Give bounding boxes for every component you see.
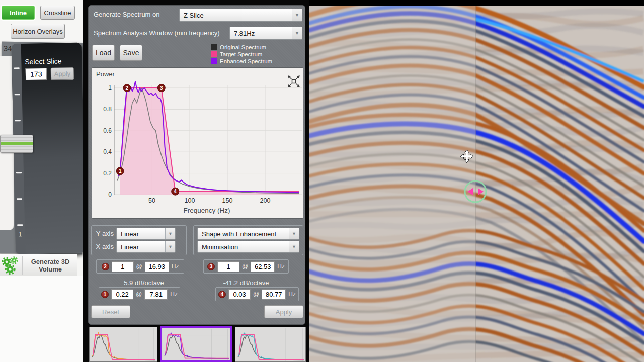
spectrum-apply-button[interactable]: Apply xyxy=(264,305,303,318)
slice-slider-handle[interactable] xyxy=(0,135,33,153)
enhanced-spectrum-swatch xyxy=(211,58,217,64)
select-slice-label: Select Slice xyxy=(25,57,61,66)
power-axis-label: Power xyxy=(96,70,115,78)
spectral-enhancement-panel-area: Generate Spectrum on Z Slice ▼ Spectrum … xyxy=(83,0,309,362)
hz-unit: Hz xyxy=(172,263,179,270)
reset-button[interactable]: Reset xyxy=(91,305,130,318)
inline-button[interactable]: Inline xyxy=(2,6,35,20)
point-2-amplitude-input[interactable] xyxy=(112,261,134,272)
chevron-down-icon[interactable]: ▼ xyxy=(165,228,175,239)
control-point-1-row: 1 @ Hz xyxy=(99,287,180,301)
x-axis-label: X axis xyxy=(94,243,114,250)
original-spectrum-swatch xyxy=(211,44,217,50)
chevron-down-icon[interactable]: ▼ xyxy=(289,228,299,239)
control-point-4-row: 4 @ Hz xyxy=(215,287,299,301)
crossline-button[interactable]: Crossline xyxy=(40,6,75,20)
svg-text:0: 0 xyxy=(108,191,112,198)
legend-item-original: Original Spectrum xyxy=(211,44,266,50)
chevron-down-icon[interactable]: ▼ xyxy=(292,9,302,21)
svg-text:100: 100 xyxy=(185,197,195,204)
select-value: 7.81Hz xyxy=(230,27,292,39)
spectral-enhancement-panel: Generate Spectrum on Z Slice ▼ Spectrum … xyxy=(88,5,305,325)
generate-spectrum-on-select[interactable]: Z Slice ▼ xyxy=(179,9,302,22)
at-sign: @ xyxy=(136,263,142,270)
at-sign: @ xyxy=(242,263,248,270)
point-3-frequency-input[interactable] xyxy=(251,261,275,272)
chevron-down-icon[interactable]: ▼ xyxy=(289,241,299,252)
svg-text:Frequency (Hz): Frequency (Hz) xyxy=(183,207,230,214)
chevron-down-icon[interactable]: ▼ xyxy=(165,241,175,252)
point-2-frequency-input[interactable] xyxy=(145,261,169,272)
point-1-amplitude-input[interactable] xyxy=(111,289,133,300)
minimisation-select[interactable]: Minimisation ▼ xyxy=(197,241,299,253)
control-point-marker[interactable]: 2 xyxy=(123,84,131,92)
point-4-amplitude-input[interactable] xyxy=(228,289,251,300)
divider xyxy=(22,256,23,275)
ruler-tick xyxy=(15,94,20,95)
left-toolbar: Inline Crossline Horizon Overlays 345 Se… xyxy=(0,0,83,362)
svg-text:0.6: 0.6 xyxy=(103,127,112,134)
horizon-overlays-button[interactable]: Horizon Overlays xyxy=(11,24,65,39)
generate-spectrum-on-label: Generate Spectrum on xyxy=(94,11,160,18)
gears-icon xyxy=(0,256,20,275)
ruler-tick xyxy=(15,120,21,121)
save-button[interactable]: Save xyxy=(120,45,142,61)
svg-text:1: 1 xyxy=(108,84,112,92)
y-axis-label: Y axis xyxy=(94,230,114,237)
spectrum-preset-thumbnail-1[interactable] xyxy=(89,327,157,362)
generate-volume-label: Generate 3D Volume xyxy=(24,258,77,273)
legend-item-enhanced: Enhanced Spectrum xyxy=(211,58,272,64)
analysis-window-label: Spectrum Analysis Window (min frequency) xyxy=(94,29,220,37)
load-button[interactable]: Load xyxy=(92,45,115,61)
spectrum-preset-thumbnail-2-selected[interactable] xyxy=(160,326,232,362)
select-value: Z Slice xyxy=(180,9,292,21)
y-axis-scale-select[interactable]: Linear ▼ xyxy=(116,228,176,240)
point-3-marker: 3 xyxy=(207,263,215,270)
spectrum-plot[interactable]: 00.20.40.60.8150100150200Frequency (Hz)1… xyxy=(92,68,303,218)
hz-unit: Hz xyxy=(288,291,296,298)
slider-handle-indicator xyxy=(1,142,33,145)
svg-text:50: 50 xyxy=(148,197,155,204)
seismic-section-view[interactable] xyxy=(309,0,644,362)
svg-text:3: 3 xyxy=(160,85,163,91)
ruler-tick xyxy=(17,198,22,200)
analysis-window-select[interactable]: 7.81Hz ▼ xyxy=(229,27,302,40)
slice-number-input[interactable] xyxy=(26,68,47,80)
legend-item-target: Target Spectrum xyxy=(211,51,262,57)
select-value: Minimisation xyxy=(198,241,289,252)
swipe-right-arrow-icon xyxy=(478,188,484,195)
control-point-marker[interactable]: 3 xyxy=(157,84,165,92)
hz-unit: Hz xyxy=(277,263,285,270)
move-cursor-icon xyxy=(459,148,475,164)
ruler-tick xyxy=(17,224,23,226)
control-point-marker[interactable]: 4 xyxy=(172,188,179,195)
expand-chart-icon[interactable] xyxy=(287,74,301,88)
ruler-tick xyxy=(14,67,20,69)
point-2-marker: 2 xyxy=(102,263,109,270)
spectrum-chart[interactable]: 00.20.40.60.8150100150200Frequency (Hz)1… xyxy=(92,67,303,219)
hz-unit: Hz xyxy=(170,291,178,298)
control-point-3-row: 3 @ Hz xyxy=(203,259,289,274)
chevron-down-icon[interactable]: ▼ xyxy=(292,27,302,39)
svg-text:0.4: 0.4 xyxy=(103,148,112,155)
target-spectrum-swatch xyxy=(211,51,217,57)
slice-apply-button[interactable]: Apply xyxy=(51,67,74,80)
svg-text:2: 2 xyxy=(126,85,129,91)
control-point-marker[interactable]: 1 xyxy=(116,167,124,175)
svg-text:0.8: 0.8 xyxy=(103,106,112,113)
generate-3d-volume-button[interactable]: Generate 3D Volume xyxy=(0,254,77,277)
point-1-frequency-input[interactable] xyxy=(144,289,168,300)
svg-text:4: 4 xyxy=(174,189,177,194)
svg-text:0.2: 0.2 xyxy=(103,170,112,177)
point-4-frequency-input[interactable] xyxy=(262,289,286,300)
spectrum-preset-thumbnail-3[interactable] xyxy=(235,327,306,362)
swipe-compare-handle[interactable] xyxy=(463,179,488,204)
at-sign: @ xyxy=(136,291,142,298)
select-value: Shape with Enhancement xyxy=(198,228,289,239)
x-axis-scale-select[interactable]: Linear ▼ xyxy=(116,241,176,253)
high-cut-slope-label: -41.2 dB/octave xyxy=(203,279,289,287)
shape-mode-select[interactable]: Shape with Enhancement ▼ xyxy=(197,228,299,240)
slice-axis-min-label: 1 xyxy=(15,231,25,238)
svg-text:200: 200 xyxy=(260,197,271,204)
point-3-amplitude-input[interactable] xyxy=(217,261,239,272)
